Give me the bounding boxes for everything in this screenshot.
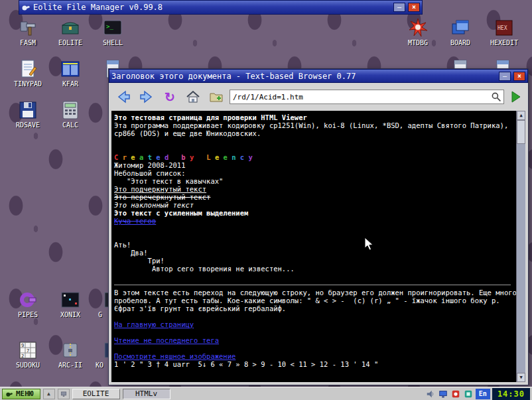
content-text-line (114, 233, 516, 241)
desktop-icon-label: RDSAVE (7, 121, 49, 129)
content-text-line (114, 225, 516, 233)
desktop-icon-xonix[interactable]: XONIX (49, 289, 92, 318)
desktop-icon-label: MTDBG (397, 39, 439, 46)
back-button[interactable] (113, 87, 133, 107)
desktop-icon-label: SHELL (92, 39, 134, 46)
browser-toolbar: ↻ (109, 83, 528, 111)
taskbar-clock: 14:30 (492, 388, 530, 400)
task-button-htmlv[interactable]: HTMLv (123, 389, 170, 399)
home-button[interactable] (183, 87, 203, 107)
network-icon[interactable] (438, 389, 448, 399)
browser-window-title: Заголовок этого документа - Text-based B… (111, 72, 496, 81)
content-text-line: Это подчеркнутый текст (114, 185, 516, 193)
content-link[interactable]: Чтение не последнего тега (114, 336, 516, 344)
content-text-line: Это перечеркнутый текст (114, 193, 516, 201)
eolite-close-button[interactable]: × (408, 3, 420, 12)
browser-window-titlebar[interactable]: Заголовок этого документа - Text-based B… (109, 69, 528, 83)
desktop-icon-rdsave[interactable]: RDSAVE (7, 100, 49, 129)
tray-red-badge-icon[interactable] (450, 389, 461, 399)
taskbar: МЕНЮ ▲ EOLITE HTMLv En 14:30 (0, 387, 532, 400)
shell-icon: >_ (102, 17, 123, 38)
content-text-line: Это текст с усиленным выделением (114, 209, 516, 217)
content-link[interactable]: Посмотрите няшное изображение (114, 352, 516, 360)
content-text-line: В этом тексте есть переход на следующую … (114, 289, 516, 297)
desktop-icon-fasm[interactable]: FASM (7, 17, 49, 46)
content-text-line (114, 145, 516, 153)
folder-plus-icon (208, 89, 224, 105)
content-text-line: Два! (114, 249, 516, 257)
refresh-button[interactable]: ↻ (160, 87, 180, 107)
fasm-icon (17, 17, 38, 38)
desktop-icon-eolite[interactable]: EOLITE (49, 17, 92, 46)
svg-text:7: 7 (27, 348, 29, 354)
desktop-icon-label: SUDOKU (7, 362, 49, 369)
eolite-icon (60, 17, 81, 38)
desktop-icon-arc-ii[interactable]: ARC-II (49, 340, 92, 369)
content-link[interactable]: На главную страницу (114, 320, 516, 328)
volume-icon[interactable] (425, 389, 436, 399)
go-button[interactable] (507, 89, 523, 105)
desktop-icon-hexedit[interactable]: HEX HEXEDIT (483, 17, 525, 46)
svg-text:>_: >_ (106, 23, 113, 30)
browser-scrollbar[interactable]: ▲ ▼ (516, 111, 525, 382)
scroll-down-button[interactable]: ▼ (517, 373, 525, 382)
content-text-line: 1 ' 2 " 3 † 4 uarr 5↓ 6 « 7 » 8 > 9 - 10… (114, 360, 516, 368)
back-arrow-icon (115, 89, 131, 105)
content-text-line: "Этот текст в кавычках" (114, 177, 516, 185)
browser-minimize-button[interactable]: – (499, 72, 511, 81)
home-icon (185, 89, 201, 105)
hexedit-icon: HEX (494, 17, 515, 38)
desktop: FASM EOLITE >_ SHELL TINYPAD KFAR RDSAVE… (0, 0, 532, 400)
desktop-icon-mtdbg[interactable]: MTDBG (397, 17, 439, 46)
address-input[interactable] (230, 93, 491, 101)
display-settings-button[interactable] (58, 389, 70, 399)
desktop-icon-shell[interactable]: >_ SHELL (92, 17, 134, 46)
eolite-window-titlebar[interactable]: Eolite File Manager v0.99.8 – × (19, 0, 423, 15)
kolibri-icon (5, 390, 13, 398)
debugger-icon (407, 17, 429, 38)
search-icon[interactable] (491, 92, 501, 102)
monitor-icon (60, 391, 67, 397)
eolite-minimize-button[interactable]: – (393, 3, 405, 12)
content-link[interactable]: Куча тегов (114, 217, 516, 225)
desktop-icon-label: FASM (7, 39, 49, 46)
browser-close-button[interactable]: × (513, 72, 525, 81)
task-button-eolite[interactable]: EOLITE (72, 389, 120, 399)
svg-text:2: 2 (21, 354, 24, 359)
keyboard-layout-indicator[interactable]: En (476, 389, 490, 399)
desktop-icon-board[interactable]: BOARD (439, 17, 482, 46)
scroll-up-button[interactable]: ▲ (517, 111, 525, 120)
desktop-icon-sudoku[interactable]: 972 SUDOKU (7, 340, 49, 369)
browser-content-area: Это тестовая страница для проверки HTML … (111, 111, 525, 382)
minimize-all-button[interactable]: ▲ (43, 389, 55, 399)
refresh-icon: ↻ (165, 90, 175, 105)
menu-button[interactable]: МЕНЮ (2, 389, 40, 399)
menu-button-label: МЕНЮ (16, 389, 34, 398)
content-text-line: пробелов. А тут есть табы. Кое-какие сим… (114, 297, 516, 304)
desktop-icon-label: KFAR (49, 80, 92, 88)
desktop-icon-pipes[interactable]: PIPES (7, 289, 49, 318)
tinypad-icon (17, 58, 38, 80)
content-text-line: Три! (114, 257, 516, 265)
content-text-line (114, 312, 516, 320)
desktop-icon-tinypad[interactable]: TINYPAD (7, 58, 49, 88)
forward-button[interactable] (137, 87, 157, 107)
scrollbar-thumb[interactable] (517, 120, 525, 144)
new-tab-button[interactable] (206, 87, 226, 107)
eolite-window-icon (21, 3, 31, 12)
kfar-icon (60, 58, 81, 80)
go-arrow-icon (507, 89, 523, 105)
desktop-icon-calc[interactable]: CALC (49, 100, 92, 129)
calculator-icon (60, 100, 81, 121)
desktop-icon-label: HEXEDIT (483, 39, 525, 46)
desktop-icon-label: PIPES (7, 311, 49, 318)
tray-green-badge-icon[interactable] (463, 389, 474, 399)
content-text-line: Ать! (114, 241, 516, 249)
mouse-cursor (364, 237, 375, 251)
archive-icon (60, 340, 81, 361)
desktop-icon-kfar[interactable]: KFAR (49, 58, 92, 88)
pipes-icon (17, 289, 38, 310)
content-text-line (114, 344, 516, 352)
forward-arrow-icon (139, 89, 155, 105)
scrollbar-track[interactable] (517, 144, 525, 373)
